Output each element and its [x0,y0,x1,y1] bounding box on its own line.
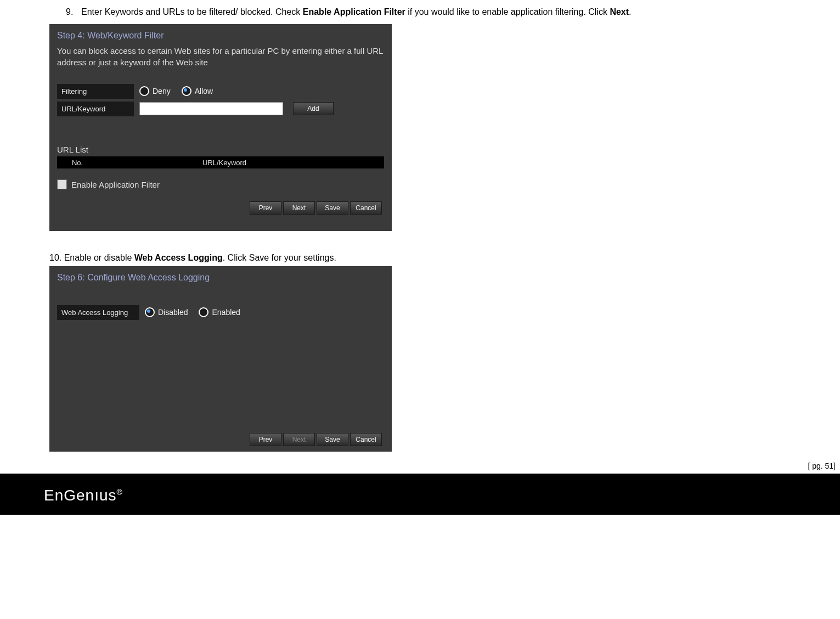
next-button[interactable]: Next [283,201,315,215]
registered-mark: ® [117,488,123,497]
logo-text: EnGenıus [44,487,117,504]
step9-text-post: . [629,7,631,16]
step9-text-mid: if you would like to enable application … [405,7,610,16]
filtering-deny-label: Deny [153,87,171,95]
logging-enabled-label: Enabled [212,308,240,317]
cancel-button[interactable]: Cancel [350,201,382,215]
web-access-logging-label: Web Access Logging [57,305,139,320]
panel2-title: Step 6: Configure Web Access Logging [57,273,384,283]
page-footer: [ pg. 51] EnGenıus® [0,474,840,515]
step-number-9: 9. [66,5,81,19]
next-button-2[interactable]: Next [283,433,315,446]
step9-text-pre: Enter Keywords and URLs to be filtered/ … [81,7,303,16]
filtering-allow-radio[interactable] [182,86,191,96]
filtering-deny-radio[interactable] [139,86,149,96]
url-table-header: No. URL/Keyword [57,156,384,168]
add-button[interactable]: Add [293,102,334,115]
url-keyword-input[interactable] [139,102,283,115]
enable-app-filter-checkbox[interactable] [57,179,67,189]
prev-button-2[interactable]: Prev [250,433,281,446]
save-button[interactable]: Save [317,201,348,215]
prev-button[interactable]: Prev [250,201,281,215]
cancel-button-2[interactable]: Cancel [350,433,382,446]
step10-text-post: . Click Save for your settings. [223,253,336,262]
panel-step4: Step 4: Web/Keyword Filter You can block… [49,24,392,231]
page-number: [ pg. 51] [808,462,836,470]
panel1-description: You can block access to certain Web site… [57,45,384,68]
step9-bold-1: Enable Application Filter [303,7,405,16]
col-no: No. [57,159,98,167]
logging-enabled-radio[interactable] [199,307,208,317]
instruction-9: 9.Enter Keywords and URLs to be filtered… [66,5,791,19]
panel-step6: Step 6: Configure Web Access Logging Web… [49,266,392,452]
filtering-allow-label: Allow [195,87,213,95]
panel1-title: Step 4: Web/Keyword Filter [57,31,384,41]
url-keyword-label: URL/Keyword [57,102,134,116]
step10-bold-1: Web Access Logging [134,253,223,262]
step9-bold-2: Next [610,7,629,16]
enable-app-filter-label: Enable Application Filter [71,180,160,189]
col-url: URL/Keyword [98,159,351,167]
logging-disabled-radio[interactable] [145,307,155,317]
instruction-10: 10. Enable or disable Web Access Logging… [49,253,791,263]
filtering-label: Filtering [57,84,134,99]
url-list-label: URL List [57,145,384,154]
save-button-2[interactable]: Save [317,433,348,446]
logging-disabled-label: Disabled [158,308,188,317]
step10-text-pre: 10. Enable or disable [49,253,134,262]
engenius-logo: EnGenıus® [44,487,123,504]
